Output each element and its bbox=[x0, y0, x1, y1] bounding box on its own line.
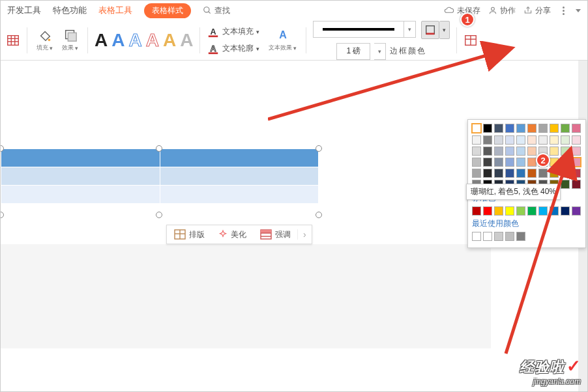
color-swatch[interactable] bbox=[483, 206, 492, 216]
text-fill-button[interactable]: A 文本填充 ▾ bbox=[207, 25, 259, 38]
wordart-style-4[interactable]: A bbox=[146, 30, 159, 51]
minimize-ribbon-icon[interactable] bbox=[576, 9, 581, 12]
wordart-style-5[interactable]: A bbox=[163, 30, 176, 51]
wordart-style-2[interactable]: A bbox=[111, 30, 125, 51]
color-swatch[interactable] bbox=[505, 169, 514, 178]
text-outline-button[interactable]: A 文本轮廓 ▾ bbox=[207, 42, 259, 55]
text-effect-button[interactable]: A 文本效果 ▾ bbox=[266, 27, 299, 53]
color-swatch[interactable] bbox=[505, 135, 514, 145]
color-swatch[interactable] bbox=[550, 124, 559, 133]
color-swatch[interactable] bbox=[572, 124, 581, 133]
border-line-style[interactable] bbox=[313, 21, 404, 38]
color-swatch[interactable] bbox=[505, 206, 514, 216]
color-swatch[interactable] bbox=[538, 124, 548, 133]
selection-handle[interactable] bbox=[0, 212, 4, 218]
color-swatch[interactable] bbox=[505, 232, 514, 241]
color-swatch[interactable] bbox=[527, 124, 537, 133]
wordart-style-3[interactable]: A bbox=[128, 30, 141, 51]
color-swatch[interactable] bbox=[572, 206, 581, 216]
color-swatch[interactable] bbox=[494, 147, 503, 156]
color-swatch[interactable] bbox=[494, 135, 503, 145]
color-swatch[interactable] bbox=[516, 135, 525, 145]
color-swatch[interactable] bbox=[505, 158, 514, 167]
color-swatch[interactable] bbox=[505, 124, 514, 133]
color-swatch[interactable] bbox=[494, 158, 503, 167]
table-icon[interactable] bbox=[6, 33, 20, 48]
color-swatch[interactable] bbox=[516, 158, 525, 167]
color-swatch[interactable] bbox=[483, 232, 492, 241]
tab-table-style[interactable]: 表格样式 bbox=[144, 3, 191, 18]
table-cell[interactable] bbox=[160, 186, 319, 204]
color-swatch[interactable] bbox=[572, 158, 581, 167]
color-swatch[interactable] bbox=[561, 206, 570, 216]
color-swatch[interactable] bbox=[494, 232, 503, 241]
color-swatch[interactable] bbox=[483, 135, 492, 145]
table-cell[interactable] bbox=[1, 149, 160, 167]
color-swatch[interactable] bbox=[527, 135, 537, 145]
color-swatch[interactable] bbox=[538, 135, 548, 145]
color-swatch[interactable] bbox=[516, 169, 525, 178]
share-button[interactable]: 分享 bbox=[523, 5, 551, 16]
color-swatch[interactable] bbox=[550, 135, 559, 145]
effect-button[interactable]: 效果 ▾ bbox=[59, 27, 81, 53]
wordart-style-6[interactable]: A bbox=[180, 30, 193, 51]
color-swatch[interactable] bbox=[483, 124, 492, 133]
slide-table[interactable] bbox=[1, 148, 319, 204]
color-swatch[interactable] bbox=[527, 169, 537, 178]
search-button[interactable]: 查找 bbox=[203, 5, 230, 16]
collab-button[interactable]: 协作 bbox=[488, 5, 516, 16]
color-swatch[interactable] bbox=[561, 124, 570, 133]
border-color-caret[interactable]: ▾ bbox=[439, 21, 450, 39]
color-swatch[interactable] bbox=[572, 147, 581, 156]
selection-handle[interactable] bbox=[316, 212, 322, 218]
color-swatch[interactable] bbox=[561, 147, 570, 156]
color-swatch[interactable] bbox=[527, 147, 537, 156]
color-swatch[interactable] bbox=[472, 158, 481, 167]
table-cell[interactable] bbox=[1, 186, 160, 204]
border-weight[interactable]: 1 磅 bbox=[336, 43, 370, 60]
color-swatch[interactable] bbox=[494, 169, 503, 178]
color-swatch[interactable] bbox=[472, 169, 481, 178]
selection-handle[interactable] bbox=[156, 212, 162, 218]
border-line-style-caret[interactable]: ▾ bbox=[404, 21, 416, 38]
ctx-layout-button[interactable]: 排版 bbox=[167, 229, 211, 240]
wordart-style-1[interactable]: A bbox=[95, 30, 108, 51]
table-properties-icon[interactable] bbox=[463, 33, 478, 48]
border-weight-caret[interactable]: ▾ bbox=[374, 43, 386, 60]
color-swatch[interactable] bbox=[483, 147, 492, 156]
color-swatch[interactable] bbox=[561, 135, 570, 145]
color-swatch[interactable] bbox=[505, 147, 514, 156]
border-color-text-button[interactable]: 边框颜色 bbox=[390, 46, 426, 57]
tab-special[interactable]: 特色功能 bbox=[53, 5, 87, 16]
color-swatch[interactable] bbox=[561, 180, 570, 189]
color-swatch[interactable] bbox=[572, 169, 581, 178]
color-swatch[interactable] bbox=[494, 124, 503, 133]
color-swatch[interactable] bbox=[538, 206, 548, 216]
border-color-button[interactable] bbox=[421, 21, 439, 39]
color-swatch[interactable] bbox=[472, 124, 481, 133]
color-swatch[interactable] bbox=[527, 158, 537, 167]
selection-handle[interactable] bbox=[316, 145, 322, 152]
color-swatch[interactable] bbox=[516, 232, 525, 241]
color-swatch[interactable] bbox=[516, 206, 525, 216]
selection-handle[interactable] bbox=[156, 145, 162, 152]
color-swatch[interactable] bbox=[516, 147, 525, 156]
color-swatch[interactable] bbox=[483, 158, 492, 167]
color-swatch[interactable] bbox=[572, 180, 581, 189]
table-cell[interactable] bbox=[1, 167, 160, 186]
color-swatch[interactable] bbox=[572, 135, 581, 145]
color-swatch[interactable] bbox=[561, 158, 570, 167]
ctx-highlight-button[interactable]: 强调 bbox=[253, 229, 297, 240]
fill-button[interactable]: 填充 ▾ bbox=[34, 27, 55, 53]
color-swatch[interactable] bbox=[472, 232, 481, 241]
color-swatch[interactable] bbox=[538, 169, 548, 178]
tab-dev-tools[interactable]: 开发工具 bbox=[7, 5, 41, 16]
color-swatch[interactable] bbox=[550, 206, 559, 216]
table-cell[interactable] bbox=[160, 167, 319, 186]
more-menu-icon[interactable] bbox=[559, 7, 568, 15]
color-swatch[interactable] bbox=[472, 135, 481, 145]
color-swatch[interactable] bbox=[494, 206, 503, 216]
table-cell[interactable] bbox=[160, 149, 319, 167]
color-swatch[interactable] bbox=[550, 147, 559, 156]
color-swatch[interactable] bbox=[472, 206, 481, 216]
